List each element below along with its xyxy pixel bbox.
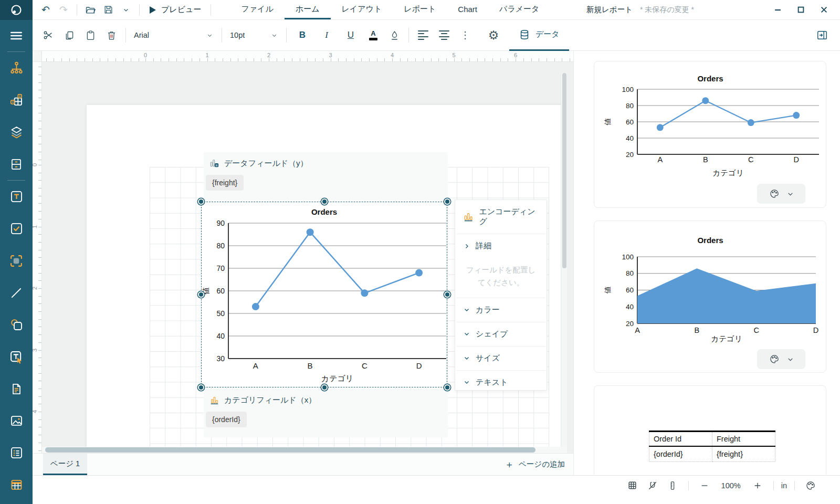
tool-list[interactable]	[0, 437, 33, 469]
add-grid-icon	[9, 93, 24, 107]
color-section-label: カラー	[476, 305, 500, 315]
svg-text:C: C	[748, 155, 753, 164]
align-center-button[interactable]	[434, 25, 455, 46]
resize-handle-sw[interactable]	[198, 384, 204, 391]
table-header-cell[interactable]: Freight	[712, 432, 775, 447]
add-page-button[interactable]: ＋ ページの追加	[505, 454, 565, 475]
save-options-button[interactable]	[117, 1, 135, 19]
vertical-scrollbar[interactable]	[561, 73, 567, 447]
page-tab-1[interactable]: ページ 1	[43, 454, 87, 475]
tool-image[interactable]	[0, 405, 33, 437]
preview-button[interactable]: プレビュー	[144, 5, 206, 15]
font-family-select[interactable]: Arial	[130, 26, 218, 45]
chart-preview-line-card[interactable]: 20406080100ABCDOrdersカテゴリ値	[594, 61, 826, 208]
font-size-select[interactable]: 10pt	[226, 26, 282, 45]
table-header-cell[interactable]: Order Id	[649, 432, 712, 447]
ruler-toggle-button[interactable]	[664, 478, 681, 494]
save-button[interactable]	[99, 1, 117, 19]
encoding-color-row[interactable]: カラー	[455, 298, 547, 322]
menu-layout[interactable]: レイアウト	[331, 0, 393, 19]
chart-style-button[interactable]	[757, 349, 805, 369]
zoom-out-button[interactable]	[696, 478, 713, 494]
menu-chart[interactable]: Chart	[447, 0, 488, 19]
maximize-button[interactable]	[793, 2, 808, 18]
font-color-button[interactable]: A	[363, 25, 384, 46]
preview-label: プレビュー	[161, 5, 201, 15]
copy-button[interactable]	[59, 25, 80, 46]
tool-line[interactable]	[0, 277, 33, 309]
unit-select[interactable]: in	[781, 481, 787, 490]
encoding-detail-row[interactable]: 詳細	[455, 234, 547, 258]
drop-zone-y[interactable]: データフィールド（y） {freight}	[204, 152, 448, 201]
encoding-shape-row[interactable]: シェイプ	[455, 322, 547, 346]
tool-document[interactable]	[0, 373, 33, 405]
encoding-size-row[interactable]: サイズ	[455, 346, 547, 370]
tools-sidebar	[0, 20, 33, 504]
menu-parameters[interactable]: パラメータ	[488, 0, 550, 19]
paste-button[interactable]	[80, 25, 101, 46]
delete-button[interactable]	[101, 25, 122, 46]
zoom-in-button[interactable]	[749, 478, 766, 494]
vertical-scrollbar-thumb[interactable]	[562, 73, 566, 268]
menu-home[interactable]: ホーム	[285, 0, 331, 19]
ruler-number: 1	[205, 52, 208, 58]
chart-style-button[interactable]	[757, 184, 805, 204]
tool-add-grid[interactable]	[0, 84, 33, 116]
redo-button[interactable]: ↷	[55, 1, 72, 19]
separator	[222, 28, 222, 43]
resize-handle-n[interactable]	[321, 198, 328, 205]
tool-table[interactable]	[0, 469, 33, 501]
tool-selection[interactable]	[0, 245, 33, 277]
tool-hierarchy[interactable]	[0, 52, 33, 84]
data-panel-tab[interactable]: データ	[509, 20, 569, 51]
resize-handle-nw[interactable]	[198, 198, 204, 205]
tool-shape[interactable]	[0, 309, 33, 341]
tool-layers[interactable]	[0, 116, 33, 148]
separator	[286, 28, 287, 43]
theme-button[interactable]	[802, 478, 819, 494]
tool-checkbox[interactable]	[0, 213, 33, 245]
horizontal-scrollbar-thumb[interactable]	[45, 447, 536, 453]
resize-handle-se[interactable]	[444, 384, 450, 391]
minimize-button[interactable]	[770, 2, 785, 18]
canvas-viewport[interactable]: データフィールド（y） {freight} 30405060708090ABCD…	[42, 62, 567, 447]
open-button[interactable]	[81, 1, 99, 19]
menu-toggle-button[interactable]	[0, 20, 33, 51]
tool-rich-text[interactable]	[0, 341, 33, 373]
svg-text:60: 60	[626, 286, 634, 294]
paste-icon	[85, 30, 96, 41]
resize-handle-s[interactable]	[321, 384, 328, 391]
table-cell[interactable]: {orderId}	[649, 446, 712, 462]
encoding-text-row[interactable]: テキスト	[455, 371, 547, 394]
align-left-button[interactable]	[413, 25, 434, 46]
grid-toggle-button[interactable]	[624, 478, 641, 494]
bold-button[interactable]: B	[290, 25, 314, 46]
horizontal-scrollbar[interactable]	[42, 447, 567, 453]
collapse-panel-button[interactable]	[812, 25, 833, 46]
table-cell[interactable]: {freight}	[712, 446, 775, 462]
data-field-icon	[210, 159, 219, 168]
settings-button[interactable]: ⚙	[483, 25, 504, 46]
snap-toggle-button[interactable]	[644, 478, 661, 494]
resize-handle-e[interactable]	[444, 291, 450, 298]
close-button[interactable]	[816, 2, 832, 18]
underline-button[interactable]: U	[339, 25, 363, 46]
menu-file[interactable]: ファイル	[230, 0, 284, 19]
resize-handle-w[interactable]	[198, 291, 204, 298]
cut-button[interactable]	[38, 25, 59, 46]
italic-button[interactable]: I	[314, 25, 339, 46]
data-table-card[interactable]: Order IdFreight{orderId}{freight}	[594, 385, 826, 475]
status-bar: 100% in	[33, 475, 840, 495]
field-pill-freight[interactable]: {freight}	[206, 175, 244, 191]
more-options-button[interactable]: ⋮	[455, 25, 476, 46]
menu-report[interactable]: レポート	[393, 0, 447, 19]
selected-chart[interactable]: 30405060708090ABCDOrdersカテゴリ値	[201, 202, 447, 387]
tool-textbox[interactable]	[0, 181, 33, 213]
chart-preview-area-card[interactable]: 20406080100ABCDOrdersカテゴリ値	[594, 220, 826, 373]
tool-splitter[interactable]	[0, 148, 33, 180]
fill-color-button[interactable]	[384, 25, 405, 46]
field-pill-orderid[interactable]: {orderId}	[206, 412, 247, 427]
resize-handle-ne[interactable]	[444, 198, 450, 205]
drop-zone-x[interactable]: カテゴリフィールド（x） {orderId}	[204, 389, 448, 437]
undo-button[interactable]: ↶	[37, 1, 55, 19]
